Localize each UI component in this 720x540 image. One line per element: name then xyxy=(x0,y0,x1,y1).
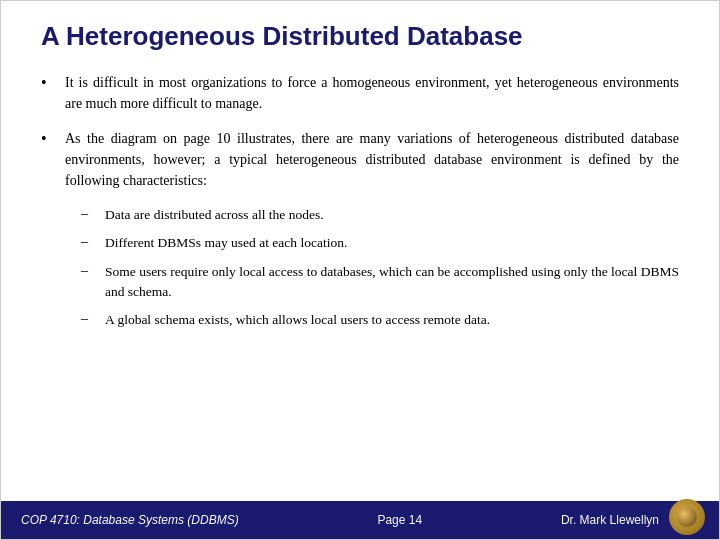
footer-course: COP 4710: Database Systems (DDBMS) xyxy=(21,513,239,527)
footer-logo xyxy=(669,495,709,539)
slide-container: A Heterogeneous Distributed Database • I… xyxy=(0,0,720,540)
bullet-item-2: • As the diagram on page 10 illustrates,… xyxy=(41,128,679,191)
bullet-text-2: As the diagram on page 10 illustrates, t… xyxy=(65,128,679,191)
sub-bullet-dash-1: – xyxy=(81,206,91,222)
logo-circle xyxy=(669,499,705,535)
bullet-dot-1: • xyxy=(41,74,51,92)
bullet-item-1: • It is difficult in most organizations … xyxy=(41,72,679,114)
sub-bullet-text-1: Data are distributed across all the node… xyxy=(105,205,324,225)
sub-bullets-container: –Data are distributed across all the nod… xyxy=(41,205,679,330)
slide-title: A Heterogeneous Distributed Database xyxy=(41,21,679,52)
bullet-text-1: It is difficult in most organizations to… xyxy=(65,72,679,114)
sub-bullet-dash-2: – xyxy=(81,234,91,250)
slide-content: A Heterogeneous Distributed Database • I… xyxy=(1,1,719,501)
sub-bullet-text-3: Some users require only local access to … xyxy=(105,262,679,303)
slide-footer: COP 4710: Database Systems (DDBMS) Page … xyxy=(1,501,719,539)
sub-bullet-item-1: –Data are distributed across all the nod… xyxy=(41,205,679,225)
bullet-dot-2: • xyxy=(41,130,51,148)
sub-bullet-text-2: Different DBMSs may used at each locatio… xyxy=(105,233,347,253)
footer-author: Dr. Mark Llewellyn xyxy=(561,513,659,527)
sub-bullet-item-4: –A global schema exists, which allows lo… xyxy=(41,310,679,330)
bullet-section-1: • It is difficult in most organizations … xyxy=(41,72,679,114)
sub-bullet-item-3: –Some users require only local access to… xyxy=(41,262,679,303)
logo-inner xyxy=(677,507,697,527)
sub-bullet-text-4: A global schema exists, which allows loc… xyxy=(105,310,490,330)
footer-page: Page 14 xyxy=(377,513,422,527)
sub-bullet-item-2: –Different DBMSs may used at each locati… xyxy=(41,233,679,253)
sub-bullet-dash-3: – xyxy=(81,263,91,279)
sub-bullet-dash-4: – xyxy=(81,311,91,327)
bullet-section-2: • As the diagram on page 10 illustrates,… xyxy=(41,128,679,191)
